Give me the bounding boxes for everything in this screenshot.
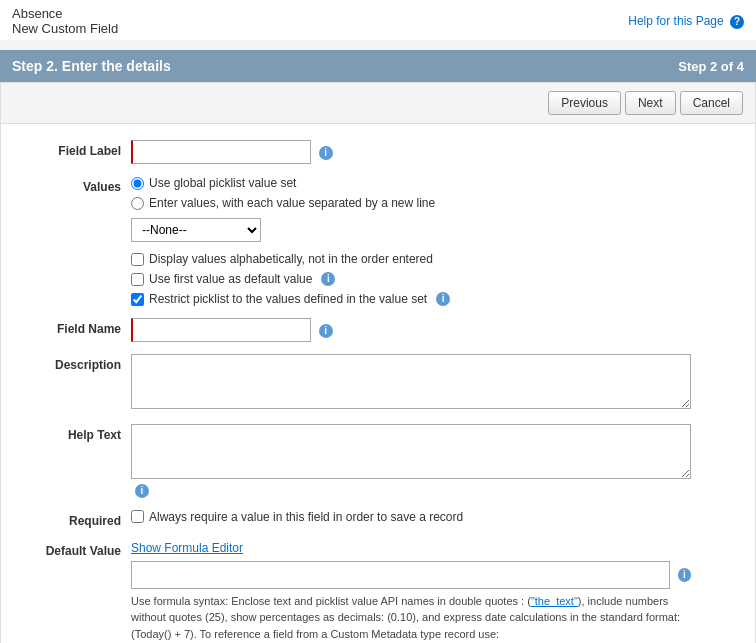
checkbox-first-default-label: Use first value as default value	[149, 272, 312, 286]
radio-enter-values-label: Enter values, with each value separated …	[149, 196, 435, 210]
radio-global-picklist[interactable]: Use global picklist value set	[131, 176, 743, 190]
required-row: Required Always require a value in this …	[1, 504, 755, 534]
checkbox-alphabetical-label: Display values alphabetically, not in th…	[149, 252, 433, 266]
help-icon: ?	[730, 15, 744, 29]
step-header: Step 2. Enter the details Step 2 of 4	[0, 50, 756, 82]
first-default-info-icon[interactable]: i	[321, 272, 335, 286]
field-name-info-icon[interactable]: i	[319, 324, 333, 338]
values-radio-group: Use global picklist value set Enter valu…	[131, 176, 743, 210]
required-control: Always require a value in this field in …	[131, 510, 755, 524]
field-label-input[interactable]	[131, 140, 311, 164]
required-label: Required	[1, 510, 131, 528]
values-row: Values Use global picklist value set Ent…	[1, 170, 755, 312]
field-name-input[interactable]	[131, 318, 311, 342]
help-text-label: Help Text	[1, 424, 131, 442]
values-checkboxes: Display values alphabetically, not in th…	[131, 252, 743, 306]
default-value-info-icon[interactable]: i	[678, 568, 691, 582]
checkbox-first-default[interactable]: Use first value as default value i	[131, 272, 743, 286]
description-row: Description	[1, 348, 755, 418]
form-body: Field Label i Values Use global picklist…	[1, 124, 755, 643]
values-control: Use global picklist value set Enter valu…	[131, 176, 755, 306]
step-title: Step 2. Enter the details	[12, 58, 171, 74]
formula-hint: Use formula syntax: Enclose text and pic…	[131, 593, 691, 643]
field-name-row: Field Name i	[1, 312, 755, 348]
values-label: Values	[1, 176, 131, 194]
field-label-row: Field Label i	[1, 134, 755, 170]
default-value-row: Default Value Show Formula Editor i Use …	[1, 534, 755, 643]
show-formula-editor-link[interactable]: Show Formula Editor	[131, 541, 243, 555]
main-content: Previous Next Cancel Field Label i Value…	[0, 82, 756, 643]
checkbox-alphabetical[interactable]: Display values alphabetically, not in th…	[131, 252, 743, 266]
next-button-top[interactable]: Next	[625, 91, 676, 115]
field-name-label: Field Name	[1, 318, 131, 336]
help-text-row: Help Text i	[1, 418, 755, 504]
checkbox-restrict-label: Restrict picklist to the values defined …	[149, 292, 427, 306]
field-label-info-icon[interactable]: i	[319, 146, 333, 160]
help-text-control: i	[131, 424, 755, 498]
default-value-control: Show Formula Editor i Use formula syntax…	[131, 540, 755, 643]
required-checkbox[interactable]: Always require a value in this field in …	[131, 510, 743, 524]
values-dropdown: --None--	[131, 218, 743, 242]
field-label-control: i	[131, 140, 755, 164]
radio-global-picklist-label: Use global picklist value set	[149, 176, 296, 190]
step-indicator: Step 2 of 4	[678, 59, 744, 74]
field-name-control: i	[131, 318, 755, 342]
field-label-label: Field Label	[1, 140, 131, 158]
previous-button-top[interactable]: Previous	[548, 91, 621, 115]
help-link[interactable]: Help for this Page ?	[628, 14, 744, 29]
help-text-input[interactable]	[131, 424, 691, 479]
top-toolbar: Previous Next Cancel	[1, 83, 755, 124]
description-label: Description	[1, 354, 131, 372]
required-checkbox-label: Always require a value in this field in …	[149, 510, 463, 524]
default-value-input[interactable]	[131, 561, 670, 589]
radio-enter-values[interactable]: Enter values, with each value separated …	[131, 196, 743, 210]
page-header: Help for this Page ? Absence New Custom …	[0, 0, 756, 40]
restrict-info-icon[interactable]: i	[436, 292, 450, 306]
hint-link-the-text[interactable]: "the_text"	[531, 595, 578, 607]
cancel-button-top[interactable]: Cancel	[680, 91, 743, 115]
checkbox-restrict-picklist[interactable]: Restrict picklist to the values defined …	[131, 292, 743, 306]
help-link-label: Help for this Page	[628, 14, 723, 28]
description-input[interactable]	[131, 354, 691, 409]
picklist-set-select[interactable]: --None--	[131, 218, 261, 242]
help-text-info-icon[interactable]: i	[135, 484, 149, 498]
formula-info-box: i Use formula syntax: Enclose text and p…	[131, 561, 691, 643]
description-control	[131, 354, 755, 412]
default-value-label: Default Value	[1, 540, 131, 558]
